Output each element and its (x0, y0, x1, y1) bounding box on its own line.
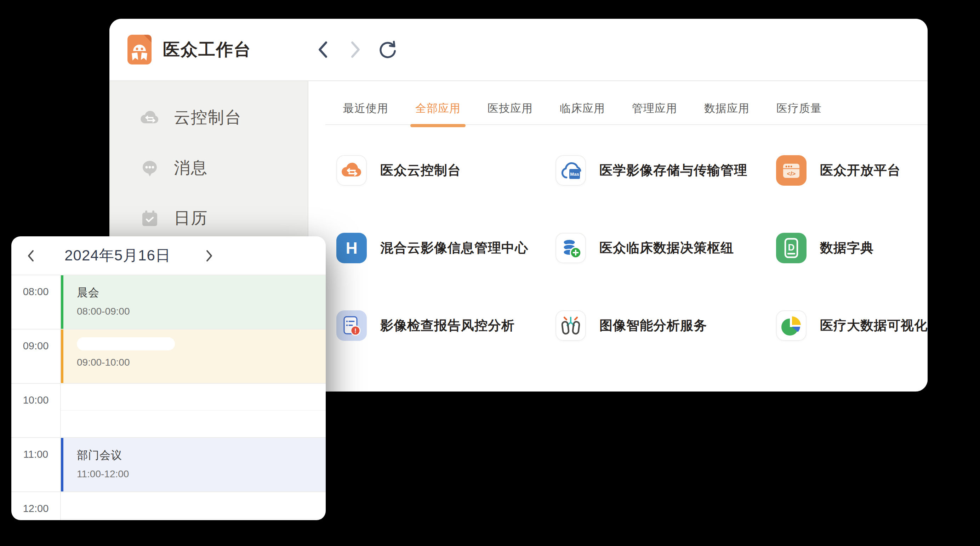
app-label: 数据字典 (820, 239, 874, 257)
back-button[interactable] (313, 38, 333, 61)
app-hybrid-cloud-center[interactable]: H 混合云影像信息管理中心 (336, 233, 555, 263)
app-label: 医众临床数据决策枢纽 (600, 239, 734, 257)
calendar-next-day-button[interactable] (201, 247, 217, 264)
tab-quality-apps[interactable]: 医疗质量 (776, 99, 822, 118)
app-grid: 医众云控制台 Mas 医学影像存储与传输管理 (309, 125, 928, 388)
pie-chart-icon (776, 310, 807, 341)
time-slot[interactable]: 部门会议 11:00-12:00 (61, 438, 326, 492)
mas-badge: Mas (570, 171, 579, 177)
event-morning-meeting[interactable]: 晨会 08:00-09:00 (61, 275, 326, 329)
calendar-row-1000: 10:00 (11, 384, 326, 438)
app-image-storage-pacs[interactable]: Mas 医学影像存储与传输管理 (555, 155, 776, 186)
time-slot[interactable]: 晨会 08:00-09:00 (61, 275, 326, 329)
calendar-row-1100: 11:00 部门会议 11:00-12:00 (11, 438, 326, 492)
browser-nav-controls (313, 19, 398, 80)
desktop-background: 医众工作台 (0, 0, 980, 546)
code-badge: </> (787, 171, 796, 177)
tab-clinical-apps[interactable]: 临床应用 (559, 99, 606, 118)
event-redacted[interactable]: 09:00-10:00 (61, 329, 326, 383)
app-label: 图像智能分析服务 (600, 317, 707, 334)
dictionary-icon: D (776, 233, 807, 263)
calendar-body: 08:00 晨会 08:00-09:00 09:00 09:00-10:00 (11, 275, 326, 520)
tab-management-apps[interactable]: 管理应用 (631, 99, 678, 118)
window-title: 医众工作台 (163, 38, 251, 61)
event-title: 部门会议 (77, 448, 326, 463)
refresh-button[interactable] (378, 38, 398, 61)
app-label: 混合云影像信息管理中心 (380, 239, 528, 257)
app-report-risk-analysis[interactable]: ! 影像检查报告风控分析 (336, 310, 555, 341)
refresh-icon (378, 39, 398, 60)
app-category-tabs: 最近使用 全部应用 医技应用 临床应用 管理应用 数据应用 医疗质量 (309, 81, 928, 125)
sidebar-item-label: 消息 (174, 157, 208, 179)
time-slot[interactable] (61, 492, 326, 520)
app-cloud-console[interactable]: 医众云控制台 (336, 155, 555, 186)
open-platform-code-icon: </> (776, 155, 807, 186)
calendar-row-1200: 12:00 (11, 492, 326, 520)
app-label: 医众云控制台 (380, 161, 461, 179)
cloud-console-icon (140, 108, 160, 128)
redacted-title-pill (77, 337, 175, 350)
sidebar-item-label: 日历 (174, 207, 208, 229)
app-label: 医学影像存储与传输管理 (600, 161, 748, 179)
exclamation-badge: ! (355, 327, 356, 334)
time-label: 08:00 (11, 275, 61, 329)
sidebar-item-label: 云控制台 (174, 107, 242, 129)
app-clinical-data-hub[interactable]: 医众临床数据决策枢纽 (555, 233, 776, 263)
time-label: 09:00 (11, 329, 61, 383)
event-department-meeting[interactable]: 部门会议 11:00-12:00 (61, 438, 326, 492)
sidebar-item-messages[interactable]: 消息 (110, 143, 308, 193)
message-icon (140, 158, 160, 178)
calendar-icon (140, 208, 160, 228)
database-plus-icon (555, 233, 586, 263)
hybrid-cloud-h-icon: H (336, 233, 367, 263)
report-risk-icon: ! (336, 310, 367, 341)
tab-all-apps[interactable]: 全部应用 (415, 99, 461, 118)
time-label: 12:00 (11, 492, 61, 520)
chevron-left-icon (25, 248, 36, 263)
h-badge: H (345, 239, 357, 257)
time-label: 11:00 (11, 438, 61, 492)
lungs-ai-icon (555, 310, 586, 341)
chevron-left-icon (316, 39, 330, 60)
mas-cloud-icon: Mas (555, 155, 586, 186)
event-time: 08:00-09:00 (77, 306, 326, 317)
time-label: 10:00 (11, 384, 61, 437)
sidebar-item-cloud-console[interactable]: 云控制台 (110, 93, 308, 143)
app-image-ai-analysis[interactable]: 图像智能分析服务 (555, 310, 776, 341)
sidebar-item-calendar[interactable]: 日历 (110, 193, 308, 243)
chevron-right-icon (348, 39, 363, 60)
time-slot[interactable] (61, 384, 326, 437)
calendar-popup: 2024年5月16日 08:00 晨会 08:00-09:00 09:00 (11, 236, 326, 520)
app-open-platform[interactable]: </> 医众开放平台 (776, 155, 928, 186)
app-data-dictionary[interactable]: D 数据字典 (776, 233, 928, 263)
app-big-data-visualization[interactable]: 医疗大数据可视化 (776, 310, 928, 341)
calendar-date-title: 2024年5月16日 (47, 236, 188, 275)
calendar-prev-day-button[interactable] (23, 247, 39, 264)
forward-button[interactable] (345, 38, 365, 61)
d-badge: D (788, 242, 795, 252)
event-title: 晨会 (77, 285, 326, 300)
time-slot[interactable]: 09:00-10:00 (61, 329, 326, 383)
tab-medtech-apps[interactable]: 医技应用 (487, 99, 533, 118)
content-area: 最近使用 全部应用 医技应用 临床应用 管理应用 数据应用 医疗质量 (309, 81, 928, 391)
event-time: 09:00-10:00 (77, 357, 326, 368)
calendar-row-0800: 08:00 晨会 08:00-09:00 (11, 275, 326, 329)
cloud-sliders-icon (336, 155, 367, 186)
calendar-row-0900: 09:00 09:00-10:00 (11, 329, 326, 384)
app-label: 影像检查报告风控分析 (380, 317, 515, 334)
app-label: 医疗大数据可视化 (820, 317, 928, 334)
event-time: 11:00-12:00 (77, 468, 326, 480)
calendar-header: 2024年5月16日 (11, 236, 326, 275)
tab-recent[interactable]: 最近使用 (342, 99, 389, 118)
tab-data-apps[interactable]: 数据应用 (703, 99, 750, 118)
window-header: 医众工作台 (110, 19, 928, 81)
chevron-right-icon (204, 248, 215, 263)
app-label: 医众开放平台 (820, 161, 901, 179)
app-logo-icon (127, 35, 151, 64)
